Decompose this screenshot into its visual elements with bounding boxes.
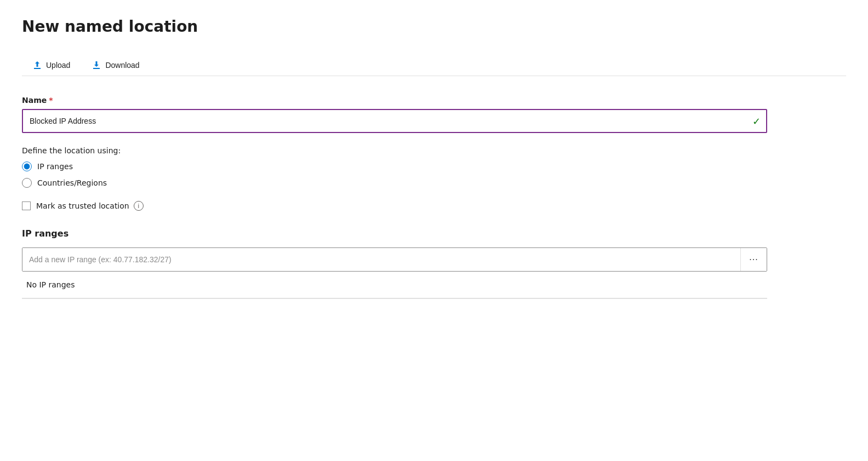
upload-icon	[33, 61, 42, 70]
ip-ranges-divider	[22, 298, 767, 299]
name-form-group: Name * ✓	[22, 96, 767, 133]
ip-input-row: ···	[22, 247, 767, 272]
download-icon	[92, 61, 101, 70]
countries-radio-label: Countries/Regions	[37, 178, 107, 187]
define-location-label: Define the location using:	[22, 146, 767, 155]
info-icon[interactable]: i	[134, 201, 144, 211]
toolbar: Upload Download	[22, 55, 846, 76]
define-location-group: Define the location using: IP ranges Cou…	[22, 146, 767, 188]
trusted-location-group: Mark as trusted location i	[22, 201, 767, 211]
ip-ranges-radio-option[interactable]: IP ranges	[22, 162, 767, 171]
ip-ranges-radio-label: IP ranges	[37, 162, 73, 171]
ip-ranges-section: IP ranges ··· No IP ranges	[22, 228, 767, 299]
upload-button[interactable]: Upload	[22, 55, 81, 76]
trusted-location-label[interactable]: Mark as trusted location i	[36, 201, 144, 211]
required-indicator: *	[49, 96, 53, 105]
countries-radio-option[interactable]: Countries/Regions	[22, 178, 767, 188]
download-button[interactable]: Download	[81, 55, 150, 76]
name-label: Name *	[22, 96, 767, 105]
location-type-radio-group: IP ranges Countries/Regions	[22, 162, 767, 188]
ip-range-input[interactable]	[22, 248, 740, 271]
countries-radio[interactable]	[22, 178, 32, 188]
form-section: Name * ✓ Define the location using: IP r…	[22, 96, 767, 299]
page-title: New named location	[22, 18, 846, 36]
no-ip-ranges-text: No IP ranges	[22, 272, 767, 298]
trusted-location-checkbox[interactable]	[22, 201, 31, 210]
ip-range-more-button[interactable]: ···	[740, 248, 767, 271]
name-input[interactable]	[22, 109, 767, 133]
valid-check-icon: ✓	[752, 116, 761, 127]
upload-label: Upload	[46, 61, 70, 70]
ip-ranges-title: IP ranges	[22, 228, 767, 239]
name-input-wrapper: ✓	[22, 109, 767, 133]
download-label: Download	[105, 61, 139, 70]
ip-ranges-radio[interactable]	[22, 162, 32, 171]
